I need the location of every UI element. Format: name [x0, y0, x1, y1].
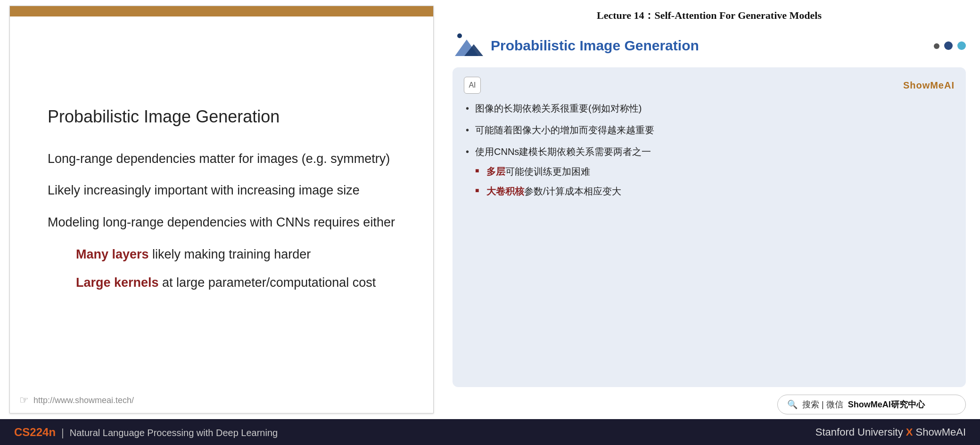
lecture-title: Lecture 14：Self-Attention For Generative… [453, 8, 966, 23]
note-sub-item-2: 大卷积核参数/计算成本相应变大 [475, 184, 955, 198]
right-panel: Lecture 14：Self-Attention For Generative… [443, 0, 980, 419]
search-bar[interactable]: 🔍 搜索 | 微信 ShowMeAI研究中心 [777, 395, 966, 414]
slide-sub-item-1: Many layers likely making training harde… [76, 246, 405, 264]
svg-point-0 [457, 33, 462, 38]
ai-icon: AI [464, 77, 481, 94]
bold-many-layers: Many layers [76, 247, 149, 261]
slide-footer: ☞ http://www.showmeai.tech/ [10, 388, 433, 413]
slide-sub-item-2: Large kernels at large parameter/computa… [76, 274, 405, 292]
nav-dot-1 [934, 43, 939, 49]
right-section-title: Probabilistic Image Generation [491, 38, 926, 54]
slide-sub-item-1-text: likely making training harder [149, 247, 311, 261]
note-item-2: 可能随着图像大小的增加而变得越来越重要 [464, 123, 955, 137]
sub-rest-2: 参数/计算成本相应变大 [524, 186, 621, 196]
search-icon: 🔍 [787, 399, 798, 410]
bottom-right: Stanford University X ShowMeAI [815, 426, 966, 438]
search-bold-text: ShowMeAI研究中心 [848, 399, 925, 410]
university-name: Stanford University [815, 426, 903, 438]
note-sub-item-1: 多层可能使训练更加困难 [475, 164, 955, 178]
showmeai-label: ShowMeAI [903, 80, 955, 91]
note-item-3: 使用CNNs建模长期依赖关系需要两者之一 多层可能使训练更加困难 大卷积核参数/… [464, 145, 955, 198]
x-symbol: X [906, 426, 913, 438]
nav-dot-2 [944, 41, 953, 50]
notes-card: AI ShowMeAI 图像的长期依赖关系很重要(例如对称性) 可能随着图像大小… [453, 67, 966, 387]
slide-url: http://www.showmeai.tech/ [33, 396, 134, 405]
section-icon [453, 30, 483, 61]
pointer-icon: ☞ [19, 394, 29, 406]
slide-item-2: Likely increasingly important with incre… [48, 182, 405, 200]
search-text: 搜索 | 微信 [802, 399, 843, 410]
slide-panel: Probabilistic Image Generation Long-rang… [9, 6, 434, 413]
slide-item-1: Long-range dependencies matter for image… [48, 150, 405, 168]
nav-section: Probabilistic Image Generation [453, 30, 966, 61]
nav-dots [934, 41, 966, 50]
search-bar-container: 🔍 搜索 | 微信 ShowMeAI研究中心 [453, 395, 966, 414]
slide-title: Probabilistic Image Generation [48, 107, 405, 127]
note-item-3-text: 使用CNNs建模长期依赖关系需要两者之一 [475, 146, 651, 157]
bottom-bar: CS224n | Natural Language Processing wit… [0, 419, 980, 445]
notes-sub-list: 多层可能使训练更加困难 大卷积核参数/计算成本相应变大 [475, 164, 955, 198]
notes-card-header: AI ShowMeAI [464, 77, 955, 94]
sub-bold-1: 多层 [486, 166, 505, 177]
slide-item-3: Modeling long-range dependencies with CN… [48, 214, 405, 232]
slide-body: Probabilistic Image Generation Long-rang… [10, 16, 433, 388]
bar-divider: | [61, 427, 64, 439]
sub-bold-2: 大卷积核 [486, 186, 524, 196]
course-code: CS224n [14, 426, 56, 439]
notes-list: 图像的长期依赖关系很重要(例如对称性) 可能随着图像大小的增加而变得越来越重要 … [464, 101, 955, 198]
bold-large-kernels: Large kernels [76, 275, 159, 290]
sub-rest-1: 可能使训练更加困难 [505, 166, 590, 177]
course-name: Natural Language Processing with Deep Le… [70, 428, 278, 438]
nav-dot-3 [957, 41, 966, 50]
slide-sub-item-2-text: at large parameter/computational cost [159, 275, 376, 290]
ai-icon-text: AI [469, 81, 476, 89]
note-item-1: 图像的长期依赖关系很重要(例如对称性) [464, 101, 955, 115]
bottom-left: CS224n | Natural Language Processing wit… [14, 426, 278, 439]
brand-name: ShowMeAI [916, 426, 966, 438]
slide-top-bar [10, 6, 433, 16]
